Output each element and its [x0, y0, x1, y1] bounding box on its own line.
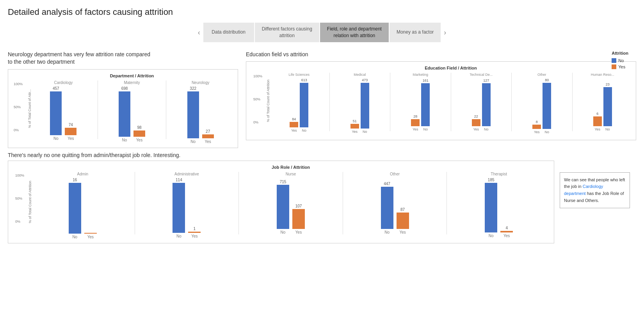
- job-chart-container: % of Total Count of Attrition Job Role /…: [8, 161, 554, 243]
- job-group-other: Other 447 No 87 Yes: [343, 172, 447, 234]
- annotation-box: We can see that people who left the job …: [560, 172, 630, 208]
- edu-group-lifesciences: Life Sciences 84 Yes 613: [269, 73, 330, 131]
- job-group-nurse: Nurse 715 No 107 Yes: [239, 172, 343, 234]
- job-group-administrative: Administrative 114 No 1: [135, 172, 239, 234]
- legend-label-no: No: [618, 58, 624, 63]
- job-group-admin: Admin 16 No 0 Yes: [31, 172, 135, 234]
- job-section: There's nearly no one quitting from admi…: [8, 152, 636, 243]
- job-group-therapist: Therapist 185 No 4 Yes: [447, 172, 551, 234]
- maternity-label: Maternity: [124, 80, 140, 85]
- maternity-yes-bar: 98 Yes: [133, 125, 145, 142]
- main-content: Attrition No Yes Neurology department ha…: [8, 51, 636, 243]
- legend-label-yes: Yes: [618, 64, 625, 69]
- y-tick-50-dept: 50%: [14, 105, 23, 109]
- edu-chart-title: Education Field / Attrition: [269, 66, 633, 70]
- tab-money-factor[interactable]: Money as a factor: [390, 23, 441, 42]
- page-title: Detailed analysis of factors causing att…: [8, 7, 636, 17]
- y-tick-0-edu: 0%: [253, 120, 262, 124]
- edu-group-other: Other 8 Yes 80 No: [512, 73, 573, 131]
- cardiology-label: Cardiology: [54, 80, 73, 85]
- legend-title: Attrition: [612, 51, 628, 55]
- dept-chart-title: Department / Attrition: [29, 73, 235, 78]
- legend-box-no: [612, 58, 616, 63]
- neurology-no-bar: 322 No: [187, 86, 199, 144]
- dept-bars-container: Cardiology 457 No 74 Yes: [29, 80, 235, 139]
- legend-item-no: No: [612, 58, 628, 63]
- nav-tabs: Data distribution Different factors caus…: [203, 23, 441, 42]
- cardiology-no-bar: 457 No: [50, 86, 62, 141]
- dept-y-label: % of Total Count of Attr...: [28, 89, 32, 128]
- neurology-yes-bar: 27 Yes: [202, 129, 214, 144]
- legend-box-yes: [612, 64, 616, 69]
- y-tick-100-edu: 100%: [253, 74, 262, 78]
- dept-group-neurology: Neurology 322 No 27 Yes: [166, 80, 235, 139]
- top-charts-row: Neurology department has very few attrit…: [8, 51, 636, 148]
- edu-y-label: % of Total Count of Attrition: [266, 80, 270, 122]
- tab-different-factors[interactable]: Different factors causingattrition: [255, 23, 319, 42]
- job-y-label: % of Total Count of Attrition: [28, 181, 32, 223]
- y-tick-0-dept: 0%: [14, 128, 23, 132]
- dept-section: Neurology department has very few attrit…: [8, 51, 238, 148]
- chart-legend: Attrition No Yes: [612, 51, 628, 69]
- y-tick-100-dept: 100%: [14, 82, 23, 86]
- tab-data-distribution[interactable]: Data distribution: [203, 23, 254, 42]
- cardiology-yes-bar: 74 Yes: [65, 123, 76, 141]
- job-bars-container: Admin 16 No 0 Yes: [31, 172, 551, 234]
- edu-group-technical: Technical De... 22 Yes 127: [451, 73, 512, 131]
- y-tick-50-edu: 50%: [253, 97, 262, 101]
- nav-tabs-wrapper: ‹ Data distribution Different factors ca…: [8, 23, 636, 42]
- edu-group-medical: Medical 51 Yes 473 No: [330, 73, 391, 131]
- legend-item-yes: Yes: [612, 64, 628, 69]
- edu-group-human: Human Reso... 6 Yes 23 N: [573, 73, 633, 131]
- job-chart-title: Job Role / Attrition: [31, 165, 551, 170]
- annotation-link: Cardiology department: [564, 184, 603, 196]
- dept-group-cardiology: Cardiology 457 No 74 Yes: [29, 80, 98, 139]
- nav-next-arrow[interactable]: ›: [441, 29, 449, 36]
- tab-field-role[interactable]: Field, role and departmentrelation with …: [320, 23, 389, 42]
- page-container: Detailed analysis of factors causing att…: [0, 0, 644, 250]
- neurology-label: Neurology: [192, 80, 210, 85]
- edu-bars-container: Life Sciences 84 Yes 613: [269, 73, 633, 131]
- dept-group-maternity: Maternity 698 No 98 Yes: [98, 80, 167, 139]
- maternity-no-bar: 698 No: [119, 86, 130, 142]
- nav-prev-arrow[interactable]: ‹: [195, 29, 203, 36]
- job-heading: There's nearly no one quitting from admi…: [8, 152, 636, 158]
- edu-section: Education field vs attrition % of Total …: [238, 51, 636, 148]
- edu-group-marketing: Marketing 28 Yes 161 No: [390, 73, 451, 131]
- dept-heading: Neurology department has very few attrit…: [8, 51, 156, 66]
- edu-heading: Education field vs attrition: [246, 51, 394, 59]
